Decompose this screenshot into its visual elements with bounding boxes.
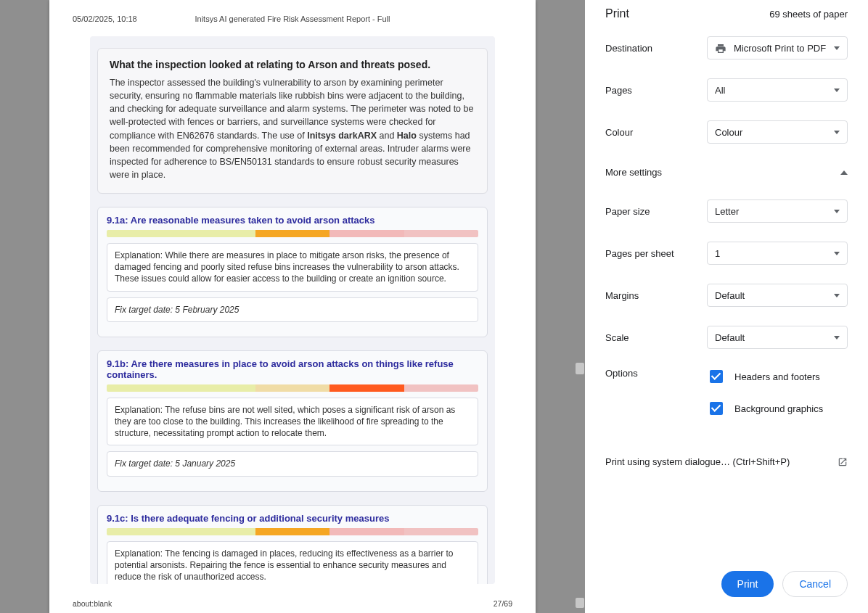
row-pages: Pages All bbox=[605, 78, 848, 102]
colour-value: Colour bbox=[715, 127, 742, 138]
row-options: Options Headers and footers Background g… bbox=[605, 368, 848, 432]
margins-select[interactable]: Default bbox=[707, 284, 848, 307]
page-footer-pagenum: 27/69 bbox=[494, 599, 512, 608]
headers-footers-label: Headers and footers bbox=[734, 371, 820, 382]
chevron-up-icon bbox=[840, 170, 848, 175]
intro-title: What the inspection looked at relating t… bbox=[110, 59, 475, 70]
pages-label: Pages bbox=[605, 85, 707, 96]
question-title: 9.1a: Are reasonable measures taken to a… bbox=[107, 215, 478, 226]
more-settings-toggle[interactable]: More settings bbox=[605, 167, 848, 178]
fix-date-box: Fix target date: 5 February 2025 bbox=[107, 297, 478, 322]
headers-footers-checkbox[interactable] bbox=[710, 370, 723, 383]
more-settings-label: More settings bbox=[605, 167, 662, 178]
question-title: 9.1c: Is there adequate fencing or addit… bbox=[107, 513, 478, 524]
pages-select[interactable]: All bbox=[707, 78, 848, 102]
print-settings-panel: Print 69 sheets of paper Destination Mic… bbox=[585, 0, 868, 613]
question-title: 9.1b: Are there measures in place to avo… bbox=[107, 358, 478, 380]
pps-label: Pages per sheet bbox=[605, 248, 707, 259]
chevron-down-icon bbox=[834, 336, 840, 340]
preview-scroll-down-icon[interactable] bbox=[576, 598, 584, 608]
question-card-91c: 9.1c: Is there adequate fencing or addit… bbox=[97, 505, 488, 585]
pps-value: 1 bbox=[715, 248, 720, 259]
chevron-down-icon bbox=[834, 89, 840, 92]
row-colour: Colour Colour bbox=[605, 120, 848, 144]
margins-value: Default bbox=[715, 290, 745, 301]
intro-card: What the inspection looked at relating t… bbox=[97, 48, 488, 194]
panel-footer: Print Cancel bbox=[605, 571, 848, 597]
paper-size-select[interactable]: Letter bbox=[707, 199, 848, 223]
intro-body: The inspector assessed the building's vu… bbox=[110, 76, 475, 181]
paper-size-label: Paper size bbox=[605, 206, 707, 217]
system-dialog-label: Print using system dialogue… (Ctrl+Shift… bbox=[605, 456, 790, 467]
row-paper-size: Paper size Letter bbox=[605, 199, 848, 223]
row-pages-per-sheet: Pages per sheet 1 bbox=[605, 242, 848, 265]
background-graphics-checkbox[interactable] bbox=[710, 402, 723, 415]
explanation-box: Explanation: The refuse bins are not wel… bbox=[107, 398, 478, 446]
risk-bar bbox=[107, 384, 478, 392]
chevron-down-icon bbox=[834, 210, 840, 213]
scale-select[interactable]: Default bbox=[707, 326, 848, 349]
intro-bold-2: Halo bbox=[397, 131, 417, 141]
chevron-down-icon bbox=[834, 131, 840, 134]
destination-select[interactable]: Microsoft Print to PDF bbox=[707, 36, 848, 59]
row-scale: Scale Default bbox=[605, 326, 848, 349]
intro-text-2: and bbox=[377, 131, 397, 141]
sheet-count: 69 sheets of paper bbox=[769, 9, 848, 20]
open-external-icon bbox=[838, 457, 848, 467]
print-button[interactable]: Print bbox=[721, 571, 774, 597]
option-background-graphics[interactable]: Background graphics bbox=[707, 400, 848, 417]
pages-value: All bbox=[715, 85, 725, 96]
system-dialog-link[interactable]: Print using system dialogue… (Ctrl+Shift… bbox=[605, 456, 848, 467]
background-graphics-label: Background graphics bbox=[734, 403, 823, 414]
destination-label: Destination bbox=[605, 43, 707, 54]
destination-value: Microsoft Print to PDF bbox=[734, 43, 826, 54]
page-footer-url: about:blank bbox=[73, 599, 112, 608]
fix-date-box: Fix target date: 5 January 2025 bbox=[107, 451, 478, 476]
options-label: Options bbox=[605, 368, 707, 432]
row-destination: Destination Microsoft Print to PDF bbox=[605, 36, 848, 59]
panel-title: Print bbox=[605, 7, 629, 20]
pps-select[interactable]: 1 bbox=[707, 242, 848, 265]
colour-select[interactable]: Colour bbox=[707, 120, 848, 144]
preview-page: 05/02/2025, 10:18 Initsys AI generated F… bbox=[49, 0, 536, 613]
option-headers-footers[interactable]: Headers and footers bbox=[707, 368, 848, 385]
print-preview-area: 05/02/2025, 10:18 Initsys AI generated F… bbox=[0, 0, 585, 613]
risk-bar bbox=[107, 230, 478, 237]
question-card-91b: 9.1b: Are there measures in place to avo… bbox=[97, 350, 488, 492]
paper-size-value: Letter bbox=[715, 206, 739, 217]
panel-header: Print 69 sheets of paper bbox=[605, 7, 848, 20]
printer-icon bbox=[715, 43, 726, 53]
chevron-down-icon bbox=[834, 294, 840, 297]
page-header-title: Initsys AI generated Fire Risk Assessmen… bbox=[49, 15, 536, 23]
question-card-91a: 9.1a: Are reasonable measures taken to a… bbox=[97, 207, 488, 337]
risk-bar bbox=[107, 528, 478, 535]
chevron-down-icon bbox=[834, 46, 840, 50]
explanation-box: Explanation: While there are measures in… bbox=[107, 243, 478, 292]
row-margins: Margins Default bbox=[605, 284, 848, 307]
page-body: What the inspection looked at relating t… bbox=[90, 36, 495, 584]
colour-label: Colour bbox=[605, 127, 707, 138]
preview-scroll-thumb[interactable] bbox=[576, 363, 584, 374]
explanation-box: Explanation: The fencing is damaged in p… bbox=[107, 541, 478, 585]
chevron-down-icon bbox=[834, 252, 840, 255]
margins-label: Margins bbox=[605, 290, 707, 301]
intro-bold-1: Initsys darkARX bbox=[307, 131, 377, 141]
scale-value: Default bbox=[715, 332, 745, 343]
scale-label: Scale bbox=[605, 332, 707, 343]
cancel-button[interactable]: Cancel bbox=[782, 571, 848, 597]
